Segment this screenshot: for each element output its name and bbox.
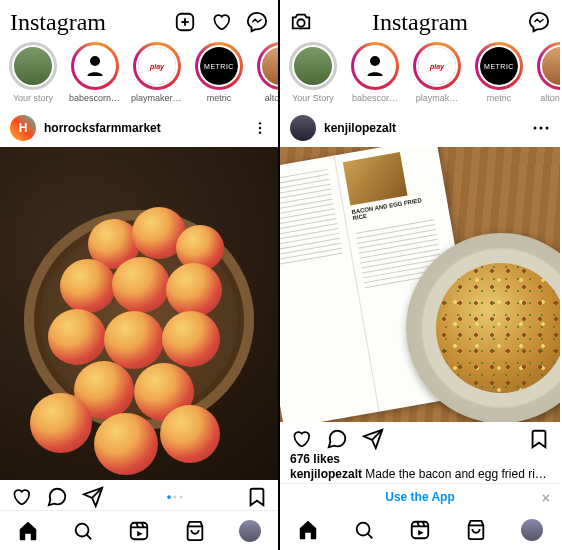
story-label: playmakers... bbox=[131, 93, 183, 103]
bottom-nav bbox=[0, 510, 278, 550]
search-icon[interactable] bbox=[353, 519, 375, 541]
svg-point-3 bbox=[90, 56, 100, 66]
story-item[interactable]: play playmakers... bbox=[130, 42, 184, 103]
avatar: play bbox=[416, 45, 458, 87]
likes-count[interactable]: 676 likes bbox=[280, 452, 560, 466]
story-label: Your Story bbox=[292, 93, 334, 103]
recipe-photo bbox=[343, 152, 408, 205]
story-item[interactable]: METRIC metric bbox=[192, 42, 246, 103]
share-icon[interactable] bbox=[82, 486, 104, 508]
avatar: METRIC bbox=[478, 45, 520, 87]
svg-line-13 bbox=[87, 534, 92, 539]
metric-logo: METRIC bbox=[200, 47, 238, 85]
shop-icon[interactable] bbox=[465, 519, 487, 541]
metric-logo: METRIC bbox=[480, 47, 518, 85]
story-item[interactable]: babescorne… bbox=[68, 42, 122, 103]
avatar: play bbox=[136, 45, 178, 87]
svg-point-22 bbox=[534, 127, 537, 130]
messenger-icon[interactable] bbox=[246, 11, 268, 33]
svg-rect-29 bbox=[412, 522, 429, 539]
post-author-avatar[interactable]: H bbox=[10, 115, 36, 141]
avatar: METRIC bbox=[198, 45, 240, 87]
home-icon[interactable] bbox=[17, 520, 39, 542]
story-item[interactable]: altonbro bbox=[254, 42, 278, 103]
comment-icon[interactable] bbox=[326, 428, 348, 450]
post-action-row bbox=[280, 422, 560, 452]
svg-point-24 bbox=[546, 127, 549, 130]
svg-point-10 bbox=[174, 496, 177, 499]
stories-tray[interactable]: Your Story babescor… play playmak… METRI… bbox=[280, 40, 560, 109]
instagram-logo[interactable]: Instagram bbox=[372, 9, 468, 36]
avatar bbox=[260, 45, 278, 87]
caption-username[interactable]: kenjilopezalt bbox=[290, 467, 362, 481]
save-bookmark-icon[interactable] bbox=[528, 428, 550, 450]
svg-rect-14 bbox=[131, 522, 148, 539]
app-pane-web: Instagram Your Story babescor… play play… bbox=[280, 0, 560, 550]
playmakers-logo: play bbox=[418, 47, 456, 85]
story-item[interactable]: babescor… bbox=[348, 42, 402, 103]
bottom-nav bbox=[280, 510, 560, 550]
fried-rice bbox=[436, 263, 560, 393]
topbar: Instagram bbox=[280, 0, 560, 40]
caption-text: Made the bacon and egg fried rice from bbox=[362, 467, 560, 481]
svg-line-28 bbox=[368, 534, 373, 539]
post-author-username[interactable]: kenjilopezalt bbox=[324, 121, 396, 135]
svg-point-23 bbox=[540, 127, 543, 130]
reels-icon[interactable] bbox=[409, 519, 431, 541]
profile-avatar-icon[interactable] bbox=[521, 519, 543, 541]
more-options-icon[interactable] bbox=[532, 122, 550, 134]
post-author-username[interactable]: horrocksfarmmarket bbox=[44, 121, 161, 135]
svg-marker-18 bbox=[137, 531, 143, 537]
use-the-app-banner[interactable]: Use the App × bbox=[280, 483, 560, 510]
like-heart-icon[interactable] bbox=[10, 486, 32, 508]
story-label: playmak… bbox=[416, 93, 459, 103]
post-caption[interactable]: kenjilopezalt Made the bacon and egg fri… bbox=[280, 466, 560, 483]
svg-point-21 bbox=[370, 56, 380, 66]
avatar bbox=[354, 45, 396, 87]
avatar bbox=[292, 45, 334, 87]
topbar-actions bbox=[174, 11, 268, 33]
story-your-story[interactable]: Your story bbox=[6, 42, 60, 103]
avatar bbox=[12, 45, 54, 87]
post-author-avatar[interactable] bbox=[290, 115, 316, 141]
shop-icon[interactable] bbox=[184, 520, 206, 542]
reels-icon[interactable] bbox=[128, 520, 150, 542]
app-pane-native: Instagram Your story babescorne… play pl… bbox=[0, 0, 280, 550]
story-label: babescor… bbox=[352, 93, 398, 103]
story-your-story[interactable]: Your Story bbox=[286, 42, 340, 103]
post-action-row bbox=[0, 480, 278, 510]
search-icon[interactable] bbox=[72, 520, 94, 542]
home-icon[interactable] bbox=[297, 519, 319, 541]
messenger-icon[interactable] bbox=[528, 11, 550, 33]
story-label: metric bbox=[207, 93, 232, 103]
post-image-fried-rice[interactable]: BACON AND EGG FRIED RICE bbox=[280, 147, 560, 422]
svg-point-11 bbox=[180, 496, 183, 499]
camera-icon[interactable] bbox=[290, 11, 312, 33]
save-bookmark-icon[interactable] bbox=[246, 486, 268, 508]
share-icon[interactable] bbox=[362, 428, 384, 450]
like-heart-icon[interactable] bbox=[290, 428, 312, 450]
topbar: Instagram bbox=[0, 0, 278, 40]
story-item[interactable]: altonbro… bbox=[534, 42, 560, 103]
more-options-icon[interactable] bbox=[252, 120, 268, 136]
new-post-icon[interactable] bbox=[174, 11, 196, 33]
post-image-peaches[interactable] bbox=[0, 147, 278, 480]
svg-point-9 bbox=[167, 495, 171, 499]
comment-icon[interactable] bbox=[46, 486, 68, 508]
activity-heart-icon[interactable] bbox=[210, 11, 232, 33]
svg-point-12 bbox=[76, 523, 89, 536]
svg-point-6 bbox=[259, 131, 261, 133]
stories-tray[interactable]: Your story babescorne… play playmakers..… bbox=[0, 40, 278, 109]
story-item[interactable]: METRIC metric bbox=[472, 42, 526, 103]
profile-avatar-icon[interactable] bbox=[239, 520, 261, 542]
close-icon[interactable]: × bbox=[542, 490, 550, 506]
story-label: metric bbox=[487, 93, 512, 103]
instagram-logo[interactable]: Instagram bbox=[10, 9, 106, 36]
post-header: H horrocksfarmmarket bbox=[0, 109, 278, 147]
story-item[interactable]: play playmak… bbox=[410, 42, 464, 103]
carousel-indicator-icon bbox=[166, 486, 184, 508]
avatar-letter: H bbox=[19, 121, 28, 135]
svg-point-4 bbox=[259, 122, 261, 124]
svg-point-27 bbox=[357, 523, 370, 536]
avatar bbox=[74, 45, 116, 87]
